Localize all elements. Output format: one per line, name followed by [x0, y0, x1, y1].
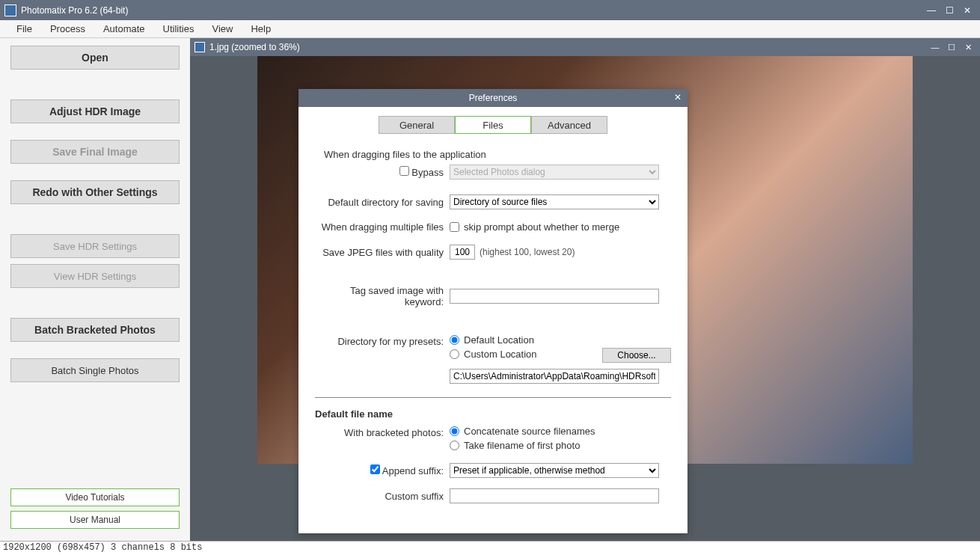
default-dir-dropdown[interactable]: Directory of source files	[450, 194, 659, 209]
concat-label: Concatenate source filenames	[464, 426, 595, 437]
dialog-title: Preferences	[469, 93, 518, 103]
take-first-radio[interactable]	[450, 441, 459, 450]
menu-automate[interactable]: Automate	[94, 23, 154, 34]
user-manual-link[interactable]: User Manual	[10, 511, 180, 529]
jpeg-quality-input[interactable]	[450, 245, 475, 260]
append-suffix-checkbox[interactable]	[370, 464, 380, 474]
menu-file[interactable]: File	[7, 23, 41, 34]
app-icon	[4, 4, 16, 16]
doc-minimize-button[interactable]: —	[928, 42, 943, 52]
custom-suffix-label: Custom suffix	[315, 491, 450, 502]
dragging-heading: When dragging files to the application	[315, 149, 671, 160]
dialog-titlebar: Preferences ✕	[298, 89, 687, 107]
save-hdr-settings-button[interactable]: Save HDR Settings	[10, 234, 180, 258]
filename-heading: Default file name	[315, 408, 671, 420]
menu-process[interactable]: Process	[41, 23, 94, 34]
take-first-label: Take filename of first photo	[464, 440, 580, 451]
presets-path-input[interactable]	[450, 369, 659, 384]
tab-files[interactable]: Files	[455, 116, 531, 134]
doc-maximize-button[interactable]: ☐	[944, 42, 959, 52]
doc-icon	[195, 42, 205, 52]
menu-utilities[interactable]: Utilities	[154, 23, 203, 34]
jpeg-label: Save JPEG files with quality	[315, 247, 450, 258]
presets-custom-label: Custom Location	[464, 349, 537, 360]
presets-dir-label: Directory for my presets:	[315, 334, 450, 347]
default-dir-label: Default directory for saving	[315, 197, 450, 208]
batch-bracketed-button[interactable]: Batch Bracketed Photos	[10, 318, 180, 342]
bracketed-label: With bracketed photos:	[315, 426, 450, 438]
document-titlebar: 1.jpg (zoomed to 36%) — ☐ ✕	[190, 38, 980, 56]
statusbar: 1920x1200 (698x457) 3 channels 8 bits	[0, 541, 980, 555]
tab-general[interactable]: General	[379, 116, 455, 134]
sidebar: Open Adjust HDR Image Save Final Image R…	[0, 38, 190, 541]
open-button[interactable]: Open	[10, 46, 180, 70]
view-hdr-settings-button[interactable]: View HDR Settings	[10, 264, 180, 288]
presets-custom-radio[interactable]	[450, 349, 459, 359]
doc-close-button[interactable]: ✕	[961, 42, 976, 52]
tag-keyword-input[interactable]	[450, 289, 659, 304]
menu-help[interactable]: Help	[242, 23, 280, 34]
minimize-button[interactable]: —	[923, 4, 940, 16]
batch-single-button[interactable]: Batch Single Photos	[10, 358, 180, 382]
custom-suffix-input[interactable]	[450, 488, 659, 503]
dialog-close-button[interactable]: ✕	[674, 92, 682, 102]
save-final-button[interactable]: Save Final Image	[10, 140, 180, 164]
bypass-dropdown[interactable]: Selected Photos dialog	[450, 165, 659, 180]
video-tutorials-link[interactable]: Video Tutorials	[10, 488, 180, 506]
menu-view[interactable]: View	[203, 23, 242, 34]
skip-prompt-checkbox[interactable]	[450, 222, 459, 232]
menubar: File Process Automate Utilities View Hel…	[0, 20, 980, 38]
concat-radio[interactable]	[450, 426, 459, 436]
append-suffix-label: Append suffix:	[382, 465, 444, 476]
jpeg-hint: (highest 100, lowest 20)	[480, 247, 575, 257]
app-title: Photomatix Pro 6.2 (64-bit)	[21, 5, 923, 16]
multi-label: When dragging multiple files	[315, 221, 450, 233]
choose-button[interactable]: Choose...	[602, 348, 671, 363]
tab-advanced[interactable]: Advanced	[531, 116, 607, 134]
preferences-dialog: Preferences ✕ General Files Advanced Whe…	[298, 89, 687, 533]
bypass-checkbox[interactable]	[399, 166, 409, 176]
suffix-dropdown[interactable]: Preset if applicable, otherwise method	[450, 463, 659, 478]
doc-title: 1.jpg (zoomed to 36%)	[209, 42, 928, 52]
close-button[interactable]: ✕	[959, 4, 976, 16]
adjust-hdr-button[interactable]: Adjust HDR Image	[10, 99, 180, 123]
presets-default-radio[interactable]	[450, 335, 459, 345]
maximize-button[interactable]: ☐	[941, 4, 958, 16]
bypass-label: Bypass	[411, 167, 444, 178]
main-titlebar: Photomatix Pro 6.2 (64-bit) — ☐ ✕	[0, 0, 980, 20]
presets-default-label: Default Location	[464, 334, 534, 346]
redo-button[interactable]: Redo with Other Settings	[10, 180, 180, 204]
tag-label: Tag saved image with keyword:	[315, 285, 450, 307]
skip-prompt-label: skip prompt about whether to merge	[464, 221, 619, 233]
